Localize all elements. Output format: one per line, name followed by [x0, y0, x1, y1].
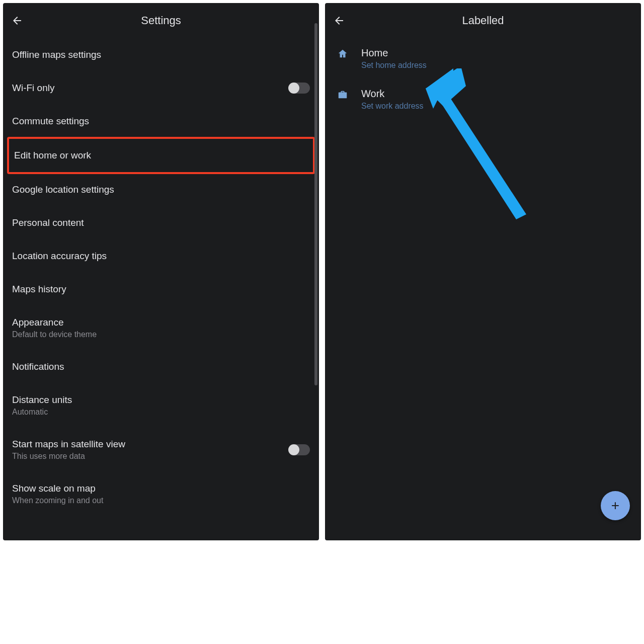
labelled-item-home[interactable]: Home Set home address	[325, 38, 641, 79]
wifi-only-toggle[interactable]	[289, 83, 310, 94]
item-sub: Set home address	[361, 61, 427, 70]
home-icon	[336, 48, 349, 59]
item-title: Edit home or work	[14, 150, 91, 161]
settings-item-maps-history[interactable]: Maps history	[3, 273, 319, 306]
plus-icon: +	[611, 498, 619, 514]
item-title: Commute settings	[12, 116, 89, 127]
header: Settings	[3, 3, 319, 38]
settings-item-show-scale[interactable]: Show scale on map When zooming in and ou…	[3, 472, 319, 516]
scrollbar[interactable]	[314, 23, 317, 385]
item-sub: Automatic	[12, 408, 72, 417]
settings-item-offline-maps[interactable]: Offline maps settings	[3, 38, 319, 71]
item-title: Work	[361, 88, 424, 100]
item-title: Show scale on map	[12, 483, 103, 494]
back-button[interactable]	[333, 15, 353, 27]
item-title: Google location settings	[12, 184, 114, 195]
back-arrow-icon	[11, 15, 23, 27]
item-title: Personal content	[12, 217, 84, 228]
settings-item-distance-units[interactable]: Distance units Automatic	[3, 383, 319, 428]
settings-item-edit-home-or-work[interactable]: Edit home or work	[7, 137, 315, 174]
work-icon	[336, 89, 349, 100]
item-title: Notifications	[12, 361, 64, 372]
item-title: Location accuracy tips	[12, 251, 107, 262]
settings-screen: Settings Offline maps settings Wi-Fi onl…	[3, 3, 319, 540]
settings-item-wifi-only[interactable]: Wi-Fi only	[3, 71, 319, 105]
settings-item-location-accuracy[interactable]: Location accuracy tips	[3, 239, 319, 273]
page-title: Labelled	[462, 14, 504, 27]
item-title: Start maps in satellite view	[12, 439, 125, 450]
settings-item-personal-content[interactable]: Personal content	[3, 206, 319, 239]
labelled-item-work[interactable]: Work Set work address	[325, 79, 641, 120]
item-title: Home	[361, 47, 427, 59]
settings-item-commute[interactable]: Commute settings	[3, 105, 319, 138]
item-sub: This uses more data	[12, 452, 125, 461]
item-sub: Default to device theme	[12, 330, 97, 339]
item-sub: When zooming in and out	[12, 496, 103, 505]
item-title: Wi-Fi only	[12, 83, 54, 94]
settings-list: Offline maps settings Wi-Fi only Commute…	[3, 38, 319, 516]
settings-item-notifications[interactable]: Notifications	[3, 350, 319, 383]
item-title: Appearance	[12, 317, 97, 328]
labelled-screen: Labelled Home Set home address Work Set …	[325, 3, 641, 540]
item-sub: Set work address	[361, 102, 424, 111]
settings-item-satellite-view[interactable]: Start maps in satellite view This uses m…	[3, 428, 319, 472]
item-title: Distance units	[12, 394, 72, 406]
header: Labelled	[325, 3, 641, 38]
add-label-fab[interactable]: +	[601, 491, 630, 520]
item-title: Maps history	[12, 284, 66, 295]
back-arrow-icon	[333, 15, 345, 27]
settings-item-google-location[interactable]: Google location settings	[3, 173, 319, 206]
back-button[interactable]	[11, 15, 31, 27]
page-title: Settings	[141, 14, 181, 27]
settings-item-appearance[interactable]: Appearance Default to device theme	[3, 306, 319, 350]
item-title: Offline maps settings	[12, 49, 101, 60]
satellite-view-toggle[interactable]	[289, 444, 310, 455]
